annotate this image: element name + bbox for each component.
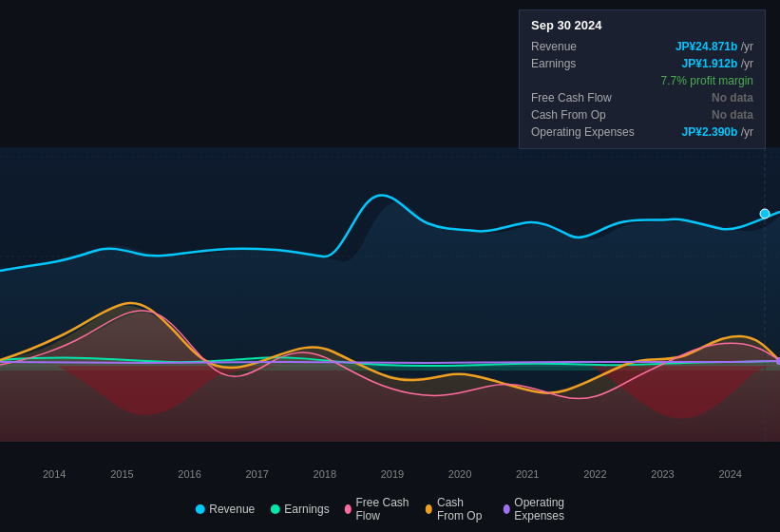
legend-label-revenue: Revenue <box>209 503 255 516</box>
legend-dot-opex <box>503 504 509 514</box>
x-axis: 2014 2015 2016 2017 2018 2019 2020 2021 … <box>0 468 780 480</box>
legend-dot-revenue <box>195 504 204 514</box>
opex-label: Operating Expenses <box>531 125 635 139</box>
fcf-label: Free Cash Flow <box>531 91 612 104</box>
earnings-value: JP¥1.912b /yr <box>682 57 753 70</box>
legend-earnings[interactable]: Earnings <box>270 503 329 516</box>
x-label-2016: 2016 <box>178 468 200 480</box>
x-label-2020: 2020 <box>448 468 471 480</box>
tooltip-row-earnings: Earnings JP¥1.912b /yr <box>531 55 753 72</box>
cashop-value: No data <box>712 108 753 122</box>
legend-dot-earnings <box>270 504 279 514</box>
x-label-2018: 2018 <box>314 468 336 480</box>
svg-point-5 <box>760 209 770 218</box>
legend-fcf[interactable]: Free Cash Flow <box>345 496 411 522</box>
opex-value: JP¥2.390b /yr <box>682 125 753 139</box>
revenue-value: JP¥24.871b /yr <box>675 40 753 53</box>
legend-opex[interactable]: Operating Expenses <box>503 496 584 522</box>
tooltip-row-margin: 7.7% profit margin <box>531 72 753 89</box>
x-label-2014: 2014 <box>43 468 66 480</box>
profit-margin-value: 7.7% profit margin <box>661 74 753 87</box>
legend-dot-fcf <box>345 504 352 514</box>
earnings-label: Earnings <box>531 57 576 70</box>
legend-label-fcf: Free Cash Flow <box>355 496 410 522</box>
tooltip-box: Sep 30 2024 Revenue JP¥24.871b /yr Earni… <box>519 10 766 149</box>
legend-label-earnings: Earnings <box>284 503 329 516</box>
tooltip-date: Sep 30 2024 <box>531 18 753 32</box>
tooltip-row-cashop: Cash From Op No data <box>531 106 753 124</box>
x-label-2015: 2015 <box>110 468 133 480</box>
x-label-2024: 2024 <box>718 468 741 480</box>
legend-cashop[interactable]: Cash From Op <box>426 496 487 522</box>
cashop-label: Cash From Op <box>531 108 606 122</box>
x-label-2017: 2017 <box>245 468 268 480</box>
chart-container: Sep 30 2024 Revenue JP¥24.871b /yr Earni… <box>0 0 780 532</box>
revenue-label: Revenue <box>531 40 577 53</box>
legend-label-opex: Operating Expenses <box>514 496 584 522</box>
tooltip-row-fcf: Free Cash Flow No data <box>531 89 753 106</box>
x-label-2021: 2021 <box>516 468 539 480</box>
x-label-2022: 2022 <box>583 468 606 480</box>
x-label-2019: 2019 <box>381 468 404 480</box>
legend-dot-cashop <box>426 504 432 514</box>
fcf-value: No data <box>712 91 753 104</box>
main-chart-svg <box>0 147 780 442</box>
legend-revenue[interactable]: Revenue <box>195 503 255 516</box>
tooltip-row-revenue: Revenue JP¥24.871b /yr <box>531 38 753 55</box>
legend: Revenue Earnings Free Cash Flow Cash Fro… <box>195 496 585 522</box>
tooltip-row-opex: Operating Expenses JP¥2.390b /yr <box>531 124 753 141</box>
legend-label-cashop: Cash From Op <box>437 496 488 522</box>
x-label-2023: 2023 <box>651 468 674 480</box>
